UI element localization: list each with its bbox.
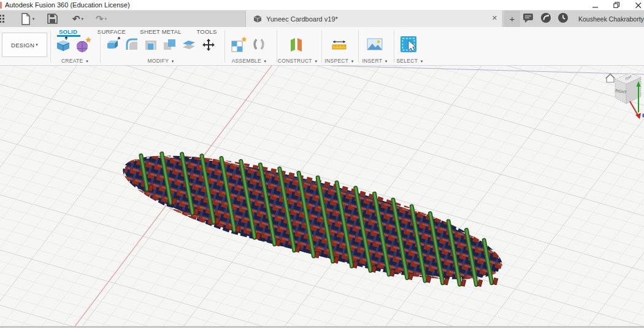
undo-caret: ▾ <box>82 17 84 21</box>
new-component-button[interactable] <box>229 36 248 57</box>
group-select[interactable]: SELECT ▾ <box>379 58 440 64</box>
group-assemble-label: ASSEMBLE <box>232 58 261 64</box>
workspace-selector[interactable]: DESIGN ▾ <box>2 33 47 57</box>
group-create-label: CREATE <box>61 58 83 64</box>
fillet-button[interactable] <box>123 36 140 55</box>
app-icon <box>0 2 2 9</box>
ribbon: DESIGN ▾ SOLID SURFACE SHEET METAL TOOLS <box>0 27 644 66</box>
workspace-label: DESIGN <box>11 42 34 49</box>
measure-icon <box>330 38 348 53</box>
document-title: Yuneec Cardboard v19* <box>266 15 338 23</box>
fusion360-window: Autodesk Fusion 360 (Education License) … <box>0 0 644 328</box>
restore-icon <box>613 2 620 9</box>
title-bar: Autodesk Fusion 360 (Education License) <box>0 0 644 10</box>
undo-icon: ↶ <box>72 14 80 23</box>
group-create-caret: ▾ <box>86 59 88 63</box>
comments-button[interactable] <box>523 12 534 26</box>
redo-icon: ↷ <box>96 14 104 23</box>
move-icon <box>201 37 217 53</box>
group-assemble-caret: ▾ <box>264 59 267 63</box>
fillet-icon <box>123 36 140 53</box>
tab-tools[interactable]: TOOLS <box>196 28 217 35</box>
application-toolbar: ▾ ↶ ▾ ↷ ▾ Yuneec Cardboard v19* ✕ + <box>0 10 644 27</box>
user-name[interactable]: Kousheek Chakraborty <box>578 15 644 23</box>
redo-caret: ▾ <box>105 17 107 21</box>
new-document-tab-button[interactable]: + <box>504 10 520 27</box>
press-pull-button[interactable] <box>104 36 121 55</box>
document-tab[interactable]: Yuneec Cardboard v19* ✕ <box>245 10 503 27</box>
combine-icon <box>161 36 178 53</box>
select-icon <box>399 34 420 55</box>
split-body-icon <box>180 36 197 53</box>
create-form-button[interactable] <box>74 36 93 57</box>
clock-icon <box>558 12 569 23</box>
job-status-button[interactable] <box>558 12 569 26</box>
insert-image-button[interactable] <box>366 36 384 55</box>
tab-sheet-metal[interactable]: SHEET METAL <box>140 28 181 35</box>
scene-canvas[interactable] <box>0 66 644 326</box>
tab-solid[interactable]: SOLID <box>59 28 77 35</box>
shell-icon <box>142 36 159 53</box>
viewport[interactable]: RIGHT TOP <box>0 66 644 326</box>
file-menu-button[interactable]: ▾ <box>15 10 39 27</box>
restore-button[interactable] <box>613 2 620 9</box>
construct-plane-icon <box>287 36 305 54</box>
move-button[interactable] <box>201 37 217 55</box>
group-modify-caret: ▾ <box>172 59 174 63</box>
undo-button[interactable]: ↶ ▾ <box>67 10 89 27</box>
window-title: Autodesk Fusion 360 (Education License) <box>5 1 130 9</box>
file-menu-caret: ▾ <box>33 17 35 21</box>
create-solid-icon <box>54 36 72 54</box>
close-icon <box>635 2 642 9</box>
construct-plane-button[interactable] <box>287 36 305 57</box>
group-modify-label: MODIFY <box>147 58 169 64</box>
insert-image-icon <box>366 36 384 53</box>
group-modify[interactable]: MODIFY ▾ <box>130 58 191 64</box>
create-form-icon <box>74 36 93 54</box>
app-launcher-button[interactable] <box>0 10 4 27</box>
view-cube[interactable]: RIGHT TOP <box>598 66 644 126</box>
extensions-icon <box>540 12 551 23</box>
minimize-button[interactable] <box>592 2 599 9</box>
group-construct-label: CONSTRUCT <box>278 58 312 64</box>
measure-button[interactable] <box>330 38 348 55</box>
split-body-button[interactable] <box>180 36 197 55</box>
combine-button[interactable] <box>161 36 178 55</box>
home-icon[interactable] <box>606 74 615 82</box>
close-document-button[interactable]: ✕ <box>492 14 497 22</box>
document-cube-icon <box>253 15 262 23</box>
save-icon <box>47 13 58 25</box>
workspace-caret: ▾ <box>36 42 38 47</box>
group-select-label: SELECT <box>396 58 418 64</box>
extensions-button[interactable] <box>540 12 551 26</box>
press-pull-icon <box>104 36 121 53</box>
redo-button[interactable]: ↷ ▾ <box>90 10 112 27</box>
joint-button[interactable] <box>250 36 267 55</box>
file-icon <box>20 12 31 26</box>
new-component-icon <box>229 36 248 54</box>
group-select-caret: ▾ <box>421 59 423 63</box>
save-button[interactable] <box>44 10 61 27</box>
minimize-icon <box>592 2 599 9</box>
tab-surface[interactable]: SURFACE <box>98 28 126 35</box>
comment-bubble-icon <box>523 12 534 23</box>
shell-button[interactable] <box>142 36 159 55</box>
create-solid-button[interactable] <box>54 36 72 57</box>
view-cube-body[interactable]: RIGHT TOP <box>615 73 641 104</box>
joint-icon <box>250 36 267 53</box>
group-create[interactable]: CREATE ▾ <box>44 58 105 64</box>
close-window-button[interactable] <box>635 2 642 9</box>
grid-icon <box>0 14 4 24</box>
select-button[interactable] <box>399 34 420 58</box>
